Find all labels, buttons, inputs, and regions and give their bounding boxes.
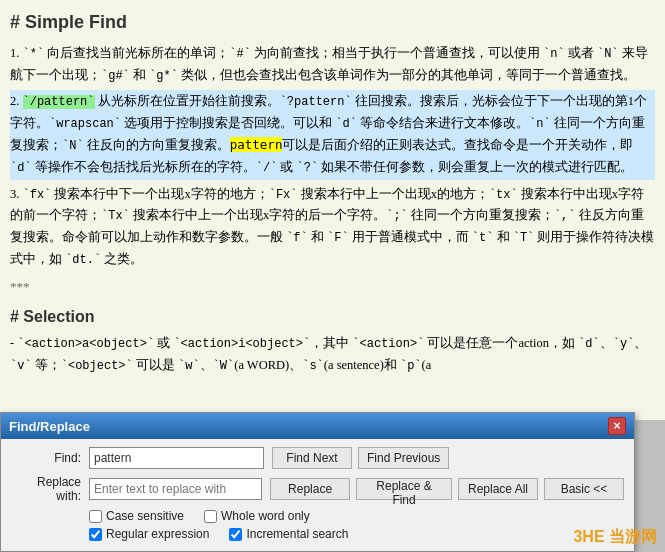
find-row: Find: Find Next Find Previous	[11, 447, 624, 469]
checkbox-group-1: Case sensitive Whole word only	[89, 509, 624, 523]
branding-suffix: 当游网	[605, 528, 657, 545]
regex-text: Regular expression	[106, 527, 209, 541]
whole-word-checkbox[interactable]	[204, 510, 217, 523]
section2-title: # Selection	[10, 304, 655, 330]
replace-buttons: Replace Replace & Find Replace All Basic…	[270, 478, 624, 500]
regex-label[interactable]: Regular expression	[89, 527, 209, 541]
find-replace-dialog: Find/Replace × Find: Find Next Find Prev…	[0, 412, 635, 552]
find-next-button[interactable]: Find Next	[272, 447, 352, 469]
case-sensitive-label[interactable]: Case sensitive	[89, 509, 184, 523]
section1-title: # Simple Find	[10, 8, 655, 37]
replace-button[interactable]: Replace	[270, 478, 350, 500]
replace-all-button[interactable]: Replace All	[458, 478, 538, 500]
dialog-body: Find: Find Next Find Previous Replace wi…	[1, 439, 634, 551]
replace-label: Replace with:	[11, 475, 81, 503]
find-buttons: Find Next Find Previous	[272, 447, 449, 469]
divider: ***	[10, 277, 655, 298]
find-label: Find:	[11, 451, 81, 465]
main-content-area: # Simple Find 1. `*` 向后查找当前光标所在的单词；`#` 为…	[0, 0, 665, 420]
dialog-close-button[interactable]: ×	[608, 417, 626, 435]
paragraph-2: 2. `/pattern` 从光标所在位置开始往前搜索。`?pattern` 往…	[10, 90, 655, 179]
replace-input[interactable]	[89, 478, 262, 500]
whole-word-label[interactable]: Whole word only	[204, 509, 310, 523]
incremental-search-checkbox[interactable]	[229, 528, 242, 541]
incremental-search-text: Incremental search	[246, 527, 348, 541]
case-sensitive-checkbox[interactable]	[89, 510, 102, 523]
find-previous-button[interactable]: Find Previous	[358, 447, 449, 469]
paragraph-4: - `<action>a<object>` 或 `<action>i<objec…	[10, 333, 655, 377]
paragraph-3: 3. `fx` 搜索本行中下一个出现x字符的地方；`Fx` 搜索本行中上一个出现…	[10, 184, 655, 271]
checkbox-group-2: Regular expression Incremental search	[89, 527, 624, 541]
find-input[interactable]	[89, 447, 264, 469]
case-sensitive-text: Case sensitive	[106, 509, 184, 523]
replace-find-button[interactable]: Replace & Find	[356, 478, 452, 500]
whole-word-text: Whole word only	[221, 509, 310, 523]
basic-button[interactable]: Basic <<	[544, 478, 624, 500]
dialog-titlebar: Find/Replace ×	[1, 413, 634, 439]
paragraph-1: 1. `*` 向后查找当前光标所在的单词；`#` 为向前查找；相当于执行一个普通…	[10, 43, 655, 87]
incremental-search-label[interactable]: Incremental search	[229, 527, 348, 541]
dialog-title: Find/Replace	[9, 419, 90, 434]
replace-row: Replace with: Replace Replace & Find Rep…	[11, 475, 624, 503]
regex-checkbox[interactable]	[89, 528, 102, 541]
branding-prefix: 3HE	[573, 528, 604, 545]
branding: 3HE 当游网	[573, 527, 657, 548]
